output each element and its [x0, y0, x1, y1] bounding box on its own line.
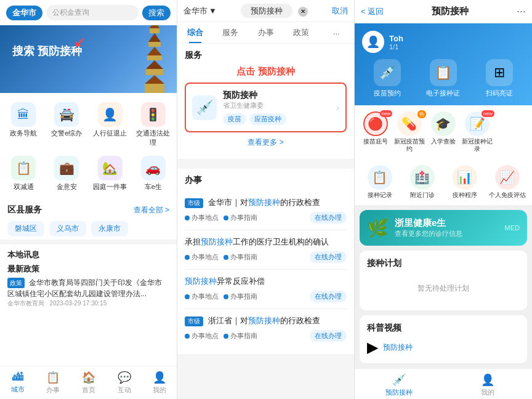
health-banner-sub: 查看更多您的诊疗信息 — [395, 229, 499, 238]
mid-city[interactable]: 金华市 ▼ — [183, 6, 217, 17]
district-panchen[interactable]: 磐城区 — [7, 221, 44, 236]
right-bottom-nav: 💉 预防接种 👤 我的 — [355, 368, 532, 399]
affair-item-3[interactable]: 市级 浙江省｜对预防接种的行政检查 办事地点 办事指南 在线办理 — [185, 309, 347, 348]
affair-meta-3: 办事地点 办事指南 在线办理 — [185, 330, 347, 342]
vaccine-icon-nearby[interactable]: 🏥 附近门诊 — [402, 165, 442, 199]
district-yongkang[interactable]: 永康市 — [91, 221, 128, 236]
nav-mine[interactable]: 👤 我的 — [142, 369, 177, 396]
mine-nav-label-right: 我的 — [481, 388, 494, 397]
search-bar[interactable]: 公积金查询 — [46, 5, 139, 20]
guide-dot-2 — [224, 294, 228, 299]
plan-empty: 暂无待处理计划 — [367, 274, 520, 303]
affairs-nav-icon: 📋 — [46, 371, 60, 384]
icon-car[interactable]: 🚗 车e生 — [133, 153, 174, 195]
tower-illustration — [145, 25, 164, 93]
vaccine-icon-school[interactable]: 🎓 入学查验 — [427, 111, 459, 153]
nav-interact[interactable]: 💬 互动 — [107, 369, 142, 396]
affair-place-3: 办事地点 — [185, 331, 219, 341]
nearby-label: 附近门诊 — [410, 191, 435, 199]
affair-item-0[interactable]: 市级 金华市｜对预防接种的行政检查 办事地点 办事指南 在线办理 — [185, 191, 347, 230]
immunity-label: 个人免疫评估 — [489, 191, 526, 199]
vaccine-top-icons: 💉 疫苗预约 📋 电子接种证 ⊞ 扫码亮证 — [362, 59, 525, 98]
prevention-link[interactable]: 预防接种 — [383, 342, 413, 353]
icon-person[interactable]: 👤 人行征退止 — [90, 99, 131, 150]
affair-online-btn-1[interactable]: 在线办理 — [310, 251, 347, 263]
district-yiwu[interactable]: 义乌市 — [49, 221, 86, 236]
records-icon: 📋 — [368, 165, 392, 190]
back-button[interactable]: < 返回 — [361, 6, 384, 17]
district-link[interactable]: 查看全部 > — [134, 205, 169, 216]
interact-nav-icon: 💬 — [118, 371, 131, 384]
traffic-e-label: 交警e综办 — [51, 129, 82, 138]
icon-garden[interactable]: 🏡 园庭一件事 — [90, 153, 131, 195]
tab-more[interactable]: ... — [319, 22, 354, 43]
vaccine-icon-reservation[interactable]: 💉 疫苗预约 — [362, 59, 413, 98]
tab-service[interactable]: 服务 — [212, 22, 248, 43]
search-bar-text: 公积金查询 — [52, 7, 89, 18]
click-hint: 点击 预防接种 — [185, 66, 347, 78]
icon-shuang-jian[interactable]: 📋 双减通 — [3, 153, 44, 195]
affair-online-btn-0[interactable]: 在线办理 — [310, 212, 347, 224]
mid-content: 服务 点击 预防接种 💉 预防接种 省卫生健康委 疫苗 应苗疫种 › 查看更多 … — [177, 44, 354, 381]
icon-jin-yi-an[interactable]: 💼 金意安 — [46, 153, 87, 195]
vaccine-icon-records[interactable]: 📋 接种记录 — [360, 165, 400, 199]
place-dot — [185, 216, 190, 220]
affair-meta-0: 办事地点 办事指南 在线办理 — [185, 212, 347, 224]
prevention-nav-icon: 💉 — [392, 373, 406, 387]
nav-affairs[interactable]: 📋 办事 — [36, 369, 71, 396]
immunity-icon: 📈 — [495, 165, 520, 190]
clear-icon[interactable]: ✕ — [298, 7, 308, 17]
vaccine-bottom-icons: 📋 接种记录 🏥 附近门诊 📊 疫种程序 📈 个人免疫评估 — [355, 159, 532, 205]
icon-traffic-e[interactable]: 🚔 交警e综办 — [46, 99, 87, 150]
affair-item-3-title: 市级 浙江省｜对预防接种的行政检查 — [185, 315, 347, 326]
right-nav-prevention[interactable]: 💉 预防接种 — [355, 372, 443, 398]
arrow-icon: ↙ — [74, 34, 85, 50]
affair-item-2[interactable]: 预防接种异常反应补偿 办事地点 办事指南 在线办理 — [185, 270, 347, 309]
icon-traffic-law[interactable]: 🚦 交通违法处理 — [133, 99, 174, 150]
garden-icon: 🏡 — [98, 156, 123, 180]
nav-city[interactable]: 🏙 城市 — [0, 369, 36, 396]
affair-guide-3: 办事指南 — [224, 331, 257, 341]
vaccine-icon-covid[interactable]: 热 💊 新冠疫苗预约 — [393, 111, 425, 153]
more-button[interactable]: ··· — [517, 5, 526, 18]
car-icon: 🚗 — [141, 156, 166, 180]
vaccine-icon-certificate[interactable]: 📋 电子接种证 — [418, 59, 469, 98]
program-label: 疫种程序 — [453, 191, 477, 199]
nav-home[interactable]: 🏠 首页 — [71, 369, 107, 396]
nav-interact-label: 互动 — [118, 385, 131, 395]
vaccination-card-sub: 省卫生健康委 — [223, 101, 330, 110]
vaccine-icon-program[interactable]: 📊 疫种程序 — [445, 165, 485, 199]
health-banner[interactable]: 🌿 浙里健康e生 查看更多您的诊疗信息 MED — [360, 210, 527, 246]
nav-home-label: 首页 — [82, 385, 95, 395]
vaccine-icon-covid-record[interactable]: new 📝 新冠接种记录 — [462, 111, 493, 153]
district-title: 区县服务 — [7, 204, 42, 216]
vaccine-icon-immunity[interactable]: 📈 个人免疫评估 — [487, 165, 527, 199]
vaccine-icon-scan[interactable]: ⊞ 扫码亮证 — [474, 59, 525, 98]
affair-online-btn-2[interactable]: 在线办理 — [310, 291, 347, 302]
covid-record-badge: new — [482, 110, 494, 117]
garden-label: 园庭一件事 — [93, 182, 127, 191]
vaccine-icon-number[interactable]: new 🔴 接苗庇号 — [360, 111, 391, 153]
health-banner-icon: 🌿 — [367, 218, 389, 238]
mid-city-text: 金华市 — [183, 6, 208, 17]
icon-government[interactable]: 🏛 政务导航 — [3, 99, 44, 150]
mid-cancel-button[interactable]: 取消 — [332, 6, 348, 17]
tab-affairs[interactable]: 办事 — [248, 22, 283, 43]
guide-dot-1 — [224, 255, 228, 260]
right-nav-mine[interactable]: 👤 我的 — [443, 372, 532, 398]
popular-videos: 科普视频 ▶ 预防接种 — [360, 315, 527, 363]
tab-comprehensive[interactable]: 综合 — [177, 22, 212, 43]
video-play-icon: ▶ — [367, 339, 378, 356]
search-button[interactable]: 搜索 — [142, 6, 171, 20]
service-card-vaccination[interactable]: 💉 预防接种 省卫生健康委 疫苗 应苗疫种 › — [185, 83, 347, 132]
affair-item-0-title: 市级 金华市｜对预防接种的行政检查 — [185, 197, 347, 208]
news-item[interactable]: 政策 金华市教育局等四部门关于印发《金华市区城镇住宅小区配套幼儿园建设管理办法.… — [7, 277, 169, 299]
city-button[interactable]: 金华市 — [6, 6, 42, 20]
affair-item-1[interactable]: 承担预防接种工作的医疗卫生机构的确认 办事地点 办事指南 在线办理 — [185, 230, 347, 270]
view-more[interactable]: 查看更多 > — [185, 132, 347, 153]
app-icon-grid: 🏛 政务导航 🚔 交警e综办 👤 人行征退止 🚦 交通违法处理 📋 双减通 💼 — [0, 93, 177, 201]
reservation-icon: 💉 — [374, 59, 401, 86]
affair-online-btn-3[interactable]: 在线办理 — [310, 330, 347, 342]
vaccination-card-info: 预防接种 省卫生健康委 疫苗 应苗疫种 — [223, 90, 330, 125]
tab-policy[interactable]: 政策 — [283, 22, 318, 43]
